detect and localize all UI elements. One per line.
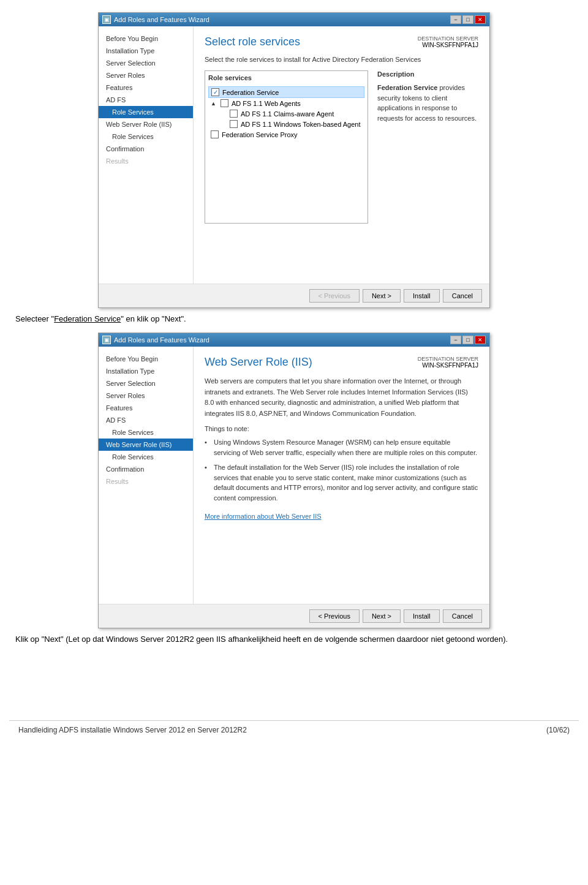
server-name-2: WIN-SKSFFNPFA1J <box>418 362 478 369</box>
sidebar-item-role-services-2[interactable]: Role Services <box>99 426 193 439</box>
wizard-header-2: Web Server Role (IIS) DESTINATION SERVER… <box>205 356 478 369</box>
previous-button-2[interactable]: < Previous <box>309 609 360 623</box>
col-description-1: Description <box>377 70 478 78</box>
next-button-2[interactable]: Next > <box>363 609 401 623</box>
role-item-windows-token[interactable]: AD FS 1.1 Windows Token-based Agent <box>208 119 364 129</box>
titlebar-title-2: Add Roles and Features Wizard <box>114 336 209 344</box>
sidebar-item-confirmation-1[interactable]: Confirmation <box>99 143 193 155</box>
sidebar-item-web-server-role-2[interactable]: Web Server Role (IIS) <box>99 439 193 451</box>
footer-text: Handleiding ADFS installatie Windows Ser… <box>18 726 247 734</box>
sidebar-item-role-services-iis-2[interactable]: Role Services <box>99 451 193 463</box>
role-label-windows-token: AD FS 1.1 Windows Token-based Agent <box>241 121 360 128</box>
col-role-services-1: Role services <box>208 74 364 81</box>
close-button-1[interactable]: ✕ <box>475 15 486 24</box>
wizard-icon-2: ▣ <box>102 336 111 344</box>
wizard-header-1: Select role services DESTINATION SERVER … <box>205 36 478 48</box>
sidebar-item-server-roles-2[interactable]: Server Roles <box>99 390 193 402</box>
wizard-desc-1: Select the role services to install for … <box>205 56 478 63</box>
role-item-claims-aware[interactable]: AD FS 1.1 Claims-aware Agent <box>208 108 364 119</box>
wizard-footer-2: < Previous Next > Install Cancel <box>99 604 489 628</box>
role-item-proxy[interactable]: Federation Service Proxy <box>208 129 364 140</box>
tree-expand-web-agents: ▲ <box>211 100 216 107</box>
wizard-title-1: Select role services <box>205 36 300 48</box>
sidebar-item-results-2: Results <box>99 475 193 488</box>
install-button-1[interactable]: Install <box>404 289 440 303</box>
page-footer: Handleiding ADFS installatie Windows Ser… <box>9 720 579 739</box>
checkbox-windows-token[interactable] <box>230 120 238 128</box>
role-label-proxy: Federation Service Proxy <box>222 131 298 138</box>
sidebar-item-role-services-iis-1[interactable]: Role Services <box>99 130 193 143</box>
footer-page: (10/62) <box>546 726 570 734</box>
maximize-button-2[interactable]: □ <box>462 336 473 344</box>
iis-note-2: The default installation for the Web Ser… <box>205 462 478 503</box>
sidebar-item-before-you-begin-1[interactable]: Before You Begin <box>99 32 193 45</box>
maximize-button-1[interactable]: □ <box>462 15 473 24</box>
checkbox-federation-service[interactable]: ✓ <box>211 88 219 96</box>
dest-label-2: DESTINATION SERVER <box>418 356 478 362</box>
iis-notes-title: Things to note: <box>205 425 478 432</box>
cancel-button-1[interactable]: Cancel <box>443 289 482 303</box>
checkbox-web-agents[interactable] <box>221 99 228 107</box>
role-services-layout-1: Role services ✓ Federation Service ▲ AD … <box>205 70 478 224</box>
wizard-content-1: Select role services DESTINATION SERVER … <box>194 26 489 284</box>
sidebar-item-confirmation-2[interactable]: Confirmation <box>99 463 193 475</box>
install-button-2[interactable]: Install <box>404 609 440 623</box>
wizard-footer-1: < Previous Next > Install Cancel <box>99 284 489 307</box>
iis-note-1: Using Windows System Resource Manager (W… <box>205 437 478 458</box>
previous-button-1[interactable]: < Previous <box>309 289 360 303</box>
sidebar-item-web-server-role-1[interactable]: Web Server Role (IIS) <box>99 118 193 130</box>
sidebar-item-installation-type-1[interactable]: Installation Type <box>99 45 193 57</box>
role-description-text-1: Federation Service provides security tok… <box>377 83 478 123</box>
titlebar-controls-2[interactable]: − □ ✕ <box>450 336 486 344</box>
wizard-2: ▣ Add Roles and Features Wizard − □ ✕ Be… <box>98 333 490 628</box>
role-services-panel-1: Role services ✓ Federation Service ▲ AD … <box>205 70 368 224</box>
sidebar-item-ad-fs-2[interactable]: AD FS <box>99 414 193 426</box>
next-button-1[interactable]: Next > <box>363 289 401 303</box>
sidebar-item-ad-fs-1[interactable]: AD FS <box>99 94 193 106</box>
titlebar-title-1: Add Roles and Features Wizard <box>114 16 209 23</box>
sidebar-item-before-you-begin-2[interactable]: Before You Begin <box>99 353 193 365</box>
sidebar-2: Before You Begin Installation Type Serve… <box>99 347 194 604</box>
role-label-federation-service: Federation Service <box>222 89 279 96</box>
destination-server-1: DESTINATION SERVER WIN-SKSFFNPFA1J <box>418 36 478 48</box>
minimize-button-2[interactable]: − <box>450 336 461 344</box>
sidebar-item-server-roles-1[interactable]: Server Roles <box>99 69 193 81</box>
sidebar-item-installation-type-2[interactable]: Installation Type <box>99 365 193 377</box>
role-label-web-agents: AD FS 1.1 Web Agents <box>232 100 301 107</box>
role-label-claims-aware: AD FS 1.1 Claims-aware Agent <box>241 110 334 118</box>
role-item-federation-service[interactable]: ✓ Federation Service <box>208 86 364 98</box>
sidebar-item-features-1[interactable]: Features <box>99 81 193 94</box>
description-panel-1: Description Federation Service provides … <box>377 70 478 224</box>
destination-server-2: DESTINATION SERVER WIN-SKSFFNPFA1J <box>418 356 478 369</box>
checkbox-proxy[interactable] <box>211 130 219 138</box>
dest-label-1: DESTINATION SERVER <box>418 36 478 42</box>
wizard-icon-1: ▣ <box>102 15 111 24</box>
titlebar-left-1: ▣ Add Roles and Features Wizard <box>102 15 209 24</box>
cancel-button-2[interactable]: Cancel <box>443 609 482 623</box>
checkbox-claims-aware[interactable] <box>230 110 238 118</box>
wizard-body-1: Before You Begin Installation Type Serve… <box>99 26 489 284</box>
more-info-link[interactable]: More information about Web Server IIS <box>205 513 322 520</box>
titlebar-1: ▣ Add Roles and Features Wizard − □ ✕ <box>99 13 489 26</box>
wizard-1: ▣ Add Roles and Features Wizard − □ ✕ Be… <box>98 12 490 308</box>
titlebar-controls-1[interactable]: − □ ✕ <box>450 15 486 24</box>
close-button-2[interactable]: ✕ <box>475 336 486 344</box>
minimize-button-1[interactable]: − <box>450 15 461 24</box>
sidebar-item-role-services-1[interactable]: Role Services <box>99 106 193 118</box>
iis-description-text: Web servers are computers that let you s… <box>205 376 478 419</box>
sidebar-item-features-2[interactable]: Features <box>99 402 193 414</box>
desc-highlight: Federation Service <box>377 84 437 91</box>
caption-2: Klik op "Next" (Let op dat Windows Serve… <box>15 635 573 644</box>
wizard-body-2: Before You Begin Installation Type Serve… <box>99 347 489 604</box>
titlebar-left-2: ▣ Add Roles and Features Wizard <box>102 336 209 344</box>
wizard-content-2: Web Server Role (IIS) DESTINATION SERVER… <box>194 347 489 604</box>
sidebar-item-results-1: Results <box>99 155 193 167</box>
caption-highlight-1: Federation Service <box>54 314 121 323</box>
sidebar-item-server-selection-2[interactable]: Server Selection <box>99 377 193 390</box>
caption-1: Selecteer "Federation Service" en klik o… <box>15 314 573 323</box>
role-item-web-agents[interactable]: ▲ AD FS 1.1 Web Agents <box>208 98 364 108</box>
sidebar-item-server-selection-1[interactable]: Server Selection <box>99 57 193 69</box>
sidebar-1: Before You Begin Installation Type Serve… <box>99 26 194 284</box>
server-name-1: WIN-SKSFFNPFA1J <box>418 42 478 48</box>
wizard-title-2: Web Server Role (IIS) <box>205 356 312 369</box>
